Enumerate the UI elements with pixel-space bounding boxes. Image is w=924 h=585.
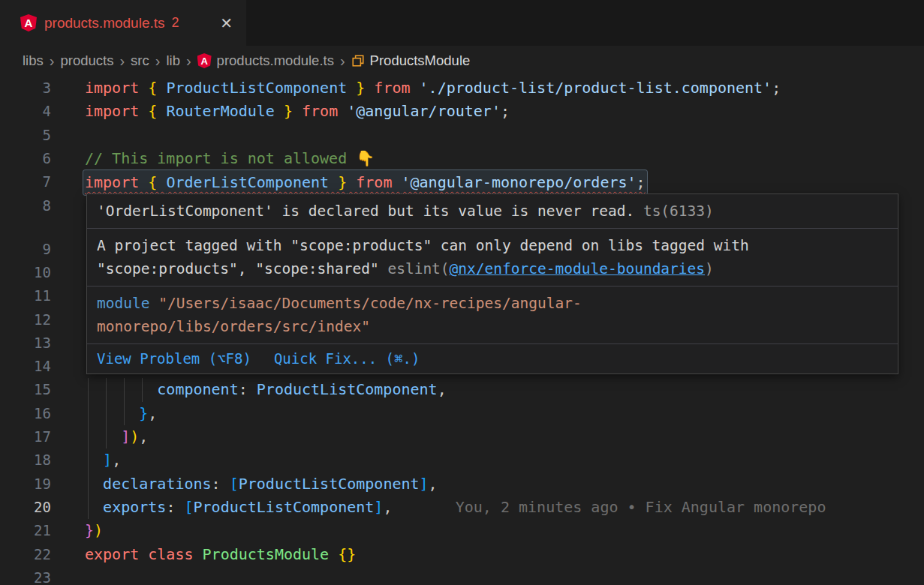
eslint-message-line2-text: "scope:products", "scope:shared" bbox=[97, 260, 387, 278]
line-number: 13 bbox=[0, 332, 51, 355]
code-token: ] bbox=[420, 475, 429, 493]
module-path: "/Users/isaac/Documents/code/nx-recipes/… bbox=[97, 295, 582, 335]
code-line-19[interactable]: 19 declarations: [ProductListComponent], bbox=[0, 472, 924, 496]
code-line-content: import { OrderListComponent } from '@ang… bbox=[83, 170, 647, 195]
module-path-line2: monorepo/libs/orders/src/index" bbox=[97, 318, 370, 335]
code-line-7[interactable]: 7import { OrderListComponent } from '@an… bbox=[0, 170, 924, 194]
code-token: ProductsModule bbox=[203, 545, 330, 563]
code-token: RouterModule bbox=[166, 102, 275, 120]
code-token bbox=[85, 451, 103, 469]
code-token bbox=[85, 404, 139, 422]
code-token bbox=[85, 428, 121, 446]
line-number: 10 bbox=[0, 261, 51, 284]
line-number: 8 bbox=[0, 194, 51, 218]
code-token: [ bbox=[230, 475, 239, 493]
code-token: ] bbox=[374, 498, 383, 516]
eslint-rule-prefix: eslint( bbox=[387, 260, 449, 278]
code-token: } bbox=[347, 79, 365, 97]
hover-eslint-diagnostic: A project tagged with "scope:products" c… bbox=[87, 228, 898, 286]
code-token: exports bbox=[103, 498, 166, 516]
code-line-content: ]), bbox=[85, 425, 148, 448]
code-line-content: ], bbox=[85, 448, 121, 472]
code-token: , bbox=[438, 380, 447, 398]
code-line-content: // This import is not allowed 👇 bbox=[85, 147, 375, 170]
code-line-4[interactable]: 4import { RouterModule } from '@angular/… bbox=[0, 100, 924, 123]
code-line-22[interactable]: 22export class ProductsModule {} bbox=[0, 543, 924, 566]
eslint-message-line1: A project tagged with "scope:products" c… bbox=[97, 234, 888, 257]
code-token: ; bbox=[772, 79, 781, 97]
code-token: : bbox=[239, 380, 257, 398]
code-token: : bbox=[166, 498, 184, 516]
code-token: {} bbox=[338, 545, 356, 563]
code-token: from bbox=[293, 102, 347, 120]
line-number: 6 bbox=[0, 147, 51, 170]
vscode-editor-window: A products.module.ts 2 ✕ libs › products… bbox=[0, 0, 924, 585]
eslint-rule-suffix: ) bbox=[705, 260, 714, 278]
code-token: from bbox=[347, 173, 401, 191]
code-line-15[interactable]: 15 component: ProductListComponent, bbox=[0, 378, 924, 401]
code-token: { bbox=[148, 102, 166, 120]
code-token: ] bbox=[121, 428, 130, 446]
code-token: ; bbox=[501, 102, 510, 120]
code-token: , bbox=[148, 404, 157, 422]
code-line-content: exports: [ProductListComponent], You, 2 … bbox=[85, 496, 826, 519]
code-token: import bbox=[85, 173, 148, 191]
code-token: } bbox=[275, 102, 293, 120]
code-token: , bbox=[383, 498, 392, 516]
code-line-content: import { ProductListComponent } from './… bbox=[85, 76, 781, 100]
code-token: // This import is not allowed 👇 bbox=[85, 149, 375, 167]
code-token: '@angular-monorepo/orders' bbox=[401, 173, 636, 191]
hover-popup: 'OrderListComponent' is declared but its… bbox=[86, 194, 898, 374]
code-token: [ bbox=[184, 498, 193, 516]
code-line-16[interactable]: 16 }, bbox=[0, 402, 924, 425]
code-line-content: declarations: [ProductListComponent], bbox=[85, 472, 438, 496]
code-line-20[interactable]: 20 exports: [ProductListComponent], You,… bbox=[0, 496, 924, 519]
code-line-21[interactable]: 21}) bbox=[0, 519, 924, 542]
line-number: 14 bbox=[0, 355, 51, 378]
line-number: 4 bbox=[0, 100, 51, 123]
code-token: ; bbox=[637, 173, 646, 191]
code-line-17[interactable]: 17 ]), bbox=[0, 425, 924, 448]
code-token: './product-list/product-list.component' bbox=[420, 79, 772, 97]
code-token: ProductListComponent bbox=[194, 498, 375, 516]
code-token: } bbox=[139, 404, 148, 422]
code-line-6[interactable]: 6// This import is not allowed 👇 bbox=[0, 147, 924, 170]
code-token: OrderListComponent bbox=[166, 173, 329, 191]
quick-fix-action[interactable]: Quick Fix... (⌘.) bbox=[274, 347, 420, 370]
code-line-content: }) bbox=[85, 519, 103, 542]
code-token: ProductListComponent bbox=[166, 79, 347, 97]
code-token bbox=[85, 498, 103, 516]
code-line-content: component: ProductListComponent, bbox=[85, 378, 447, 401]
code-token bbox=[85, 475, 103, 493]
hover-module-info: module "/Users/isaac/Documents/code/nx-r… bbox=[87, 286, 898, 344]
line-number: 17 bbox=[0, 425, 51, 448]
code-line-5[interactable]: 5 bbox=[0, 124, 924, 147]
line-number: 3 bbox=[0, 76, 51, 100]
line-number: 18 bbox=[0, 448, 51, 472]
eslint-message-line2: "scope:products", "scope:shared" eslint(… bbox=[97, 257, 888, 280]
code-token: ] bbox=[103, 451, 112, 469]
code-line-3[interactable]: 3import { ProductListComponent } from '.… bbox=[0, 76, 924, 100]
module-path-line1: "/Users/isaac/Documents/code/nx-recipes/… bbox=[158, 295, 582, 312]
hover-status-bar: View Problem (⌥F8) Quick Fix... (⌘.) bbox=[87, 344, 898, 374]
code-token bbox=[85, 380, 157, 398]
line-number: 9 bbox=[0, 238, 51, 261]
code-token: import bbox=[85, 102, 148, 120]
code-token: ) bbox=[130, 428, 139, 446]
line-number: 16 bbox=[0, 402, 51, 425]
line-number: 5 bbox=[0, 124, 51, 147]
line-number: 19 bbox=[0, 472, 51, 496]
ts-diagnostic-code: ts(6133) bbox=[643, 202, 714, 220]
code-line-content: export class ProductsModule {} bbox=[85, 543, 356, 566]
code-token: import bbox=[85, 79, 148, 97]
line-number: 23 bbox=[0, 566, 51, 585]
code-token: export class bbox=[85, 545, 203, 563]
code-line-18[interactable]: 18 ], bbox=[0, 448, 924, 472]
code-token: ) bbox=[94, 521, 103, 539]
view-problem-action[interactable]: View Problem (⌥F8) bbox=[97, 347, 251, 370]
line-number: 20 bbox=[0, 496, 51, 519]
eslint-rule-link[interactable]: @nx/enforce-module-boundaries bbox=[450, 260, 705, 278]
code-token: : bbox=[212, 475, 230, 493]
line-number: 7 bbox=[0, 170, 51, 194]
code-line-23[interactable]: 23 bbox=[0, 566, 924, 585]
